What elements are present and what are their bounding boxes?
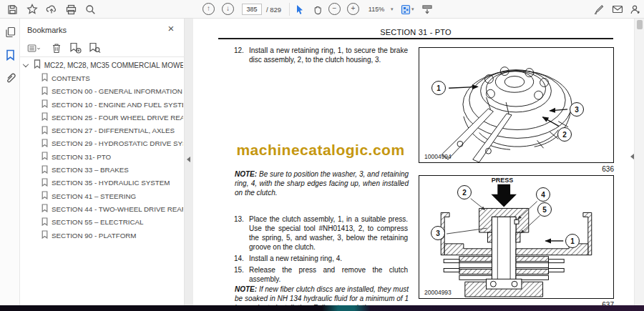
account-icon[interactable] xyxy=(629,3,642,16)
step-text: Install a new retaining ring, 1, to secu… xyxy=(249,46,408,64)
star-icon[interactable] xyxy=(26,3,39,16)
add-bookmark-icon[interactable] xyxy=(69,41,82,54)
bookmark-item-label: CONTENTS xyxy=(52,74,90,82)
image-id-label: 10004994 xyxy=(424,153,452,160)
fill-sign-pen-icon[interactable] xyxy=(592,3,605,16)
delete-bookmark-icon[interactable] xyxy=(50,41,63,54)
clutch-press-drawing xyxy=(419,176,613,298)
bookmarks-panel: Bookmarks × MC22, MC28, MC35 COMME xyxy=(20,19,185,305)
chevron-down-icon[interactable] xyxy=(23,61,29,66)
bookmark-item[interactable]: CONTENTS xyxy=(20,71,183,84)
bookmark-item[interactable]: SECTION 55 – ELECTRICAL xyxy=(20,216,183,229)
step-12: 12.Install a new retaining ring, 1, to s… xyxy=(234,46,408,64)
bookmark-item[interactable]: SECTION 29 - HYDROSTATIC DRIVE SYSTEM xyxy=(20,137,183,150)
scrolling-mode-icon[interactable] xyxy=(421,3,434,16)
taskbar-edge xyxy=(0,305,644,311)
page-total-label: / 829 xyxy=(266,6,281,14)
clutch-housing-drawing xyxy=(419,48,613,162)
vertical-scrollbar[interactable] xyxy=(634,19,644,305)
section-header: SECTION 31 - PTO xyxy=(218,28,613,36)
page-thumbnails-icon[interactable] xyxy=(4,26,16,39)
bookmark-item-label: SECTION 55 – ELECTRICAL xyxy=(52,218,144,226)
bookmark-list: CONTENTS SECTION 00 - GENERAL INFORMATIO… xyxy=(20,71,183,242)
figure-number-636: 636 xyxy=(419,165,614,173)
bookmark-item-label: SECTION 27 - DIFFERENTIAL, AXLES xyxy=(52,127,175,134)
step-number: 13. xyxy=(234,214,249,224)
page-display-icon[interactable] xyxy=(399,3,412,16)
collapse-right-panel-icon[interactable] xyxy=(630,154,634,159)
bookmark-item-label: SECTION 33 – BRAKES xyxy=(52,166,129,174)
toolbar-divider xyxy=(289,3,290,16)
share-upload-icon[interactable] xyxy=(45,3,58,16)
callout-1: 1 xyxy=(431,81,446,95)
zoom-caret-icon[interactable]: ▾ xyxy=(391,6,394,12)
bookmark-item[interactable]: SECTION 25 - FOUR WHEEL DRIVE REAR AXLE xyxy=(20,111,183,124)
bookmark-icon xyxy=(42,137,48,150)
close-icon[interactable]: × xyxy=(165,22,177,34)
bookmark-icon xyxy=(42,150,48,163)
select-tool-icon[interactable] xyxy=(293,3,306,16)
bookmark-icon xyxy=(42,111,48,124)
page-number-input[interactable] xyxy=(242,4,262,15)
bookmark-item[interactable]: SECTION 00 - GENERAL INFORMATION xyxy=(20,85,183,98)
collapse-sidebar-icon[interactable] xyxy=(187,157,190,162)
bookmark-item[interactable]: SECTION 41 – STEERING xyxy=(20,189,183,202)
bookmark-item-label: SECTION 35 - HYDRAULIC SYSTEM xyxy=(52,179,170,187)
bookmark-item-label: SECTION 10 - ENGINE AND FUEL SYSTEMS xyxy=(52,101,183,109)
email-icon[interactable] xyxy=(611,3,624,16)
bookmark-icon xyxy=(42,189,48,202)
step-number: 15. xyxy=(234,265,249,275)
image-id-label: 20004993 xyxy=(424,289,452,296)
bookmarks-panel-title: Bookmarks xyxy=(27,26,67,34)
bookmark-tree: MC22, MC28, MC35 COMMERCIAL MOWER CONTEN… xyxy=(20,59,183,242)
search-icon[interactable] xyxy=(84,3,97,16)
figure-637: PRESS 2 4 5 3 1 20004993 xyxy=(419,175,614,299)
bookmark-item[interactable]: SECTION 31- PTO xyxy=(20,150,183,163)
document-viewport[interactable]: SECTION 31 - PTO 12.Install a new retain… xyxy=(193,19,634,305)
bookmark-icon xyxy=(42,98,48,111)
page-down-icon[interactable]: ↓ xyxy=(222,3,234,15)
bookmark-item[interactable]: SECTION 90 - PLATFORM xyxy=(20,229,183,242)
attachments-icon[interactable] xyxy=(4,71,16,84)
bookmark-root-item[interactable]: MC22, MC28, MC35 COMMERCIAL MOWER xyxy=(20,59,183,71)
zoom-level-value[interactable]: 115% xyxy=(365,6,388,13)
note-label: NOTE: xyxy=(235,285,257,293)
bookmark-options-icon[interactable] xyxy=(27,41,40,54)
zoom-out-icon[interactable]: − xyxy=(328,3,341,15)
bookmark-item[interactable]: SECTION 35 - HYDRAULIC SYSTEM xyxy=(20,177,183,189)
page-up-icon[interactable]: ↑ xyxy=(203,3,215,15)
press-label: PRESS xyxy=(478,177,527,184)
bookmark-item-label: SECTION 29 - HYDROSTATIC DRIVE SYSTEM xyxy=(52,139,183,147)
bookmarks-panel-icon[interactable] xyxy=(4,49,16,61)
find-bookmark-icon[interactable] xyxy=(88,41,101,54)
bookmark-item[interactable]: SECTION 27 - DIFFERENTIAL, AXLES xyxy=(20,124,183,137)
page-display-caret-icon[interactable]: ▾ xyxy=(411,6,414,12)
callout-2: 2 xyxy=(457,185,472,199)
bookmark-item-label: SECTION 90 - PLATFORM xyxy=(52,232,137,240)
bookmark-item-label: SECTION 41 – STEERING xyxy=(52,192,136,200)
bookmark-item[interactable]: SECTION 44 - TWO-WHEEL DRIVE REAR AXLE xyxy=(20,202,183,215)
print-icon[interactable] xyxy=(64,3,77,16)
bookmark-item[interactable]: SECTION 33 – BRAKES xyxy=(20,163,183,176)
scrollbar-thumb[interactable] xyxy=(637,20,643,29)
panel-splitter[interactable] xyxy=(185,19,193,305)
hand-tool-icon[interactable] xyxy=(311,3,323,16)
note-1: NOTE: Be sure to position the washer, 3,… xyxy=(235,169,409,197)
callout-2: 2 xyxy=(557,127,572,142)
callout-3: 3 xyxy=(570,102,584,117)
bookmark-icon xyxy=(34,59,41,71)
bookmark-item-label: SECTION 31- PTO xyxy=(52,153,111,161)
callout-4: 4 xyxy=(536,187,550,202)
step-text: Place the clutch assembly, 1, in a suita… xyxy=(249,215,408,251)
save-icon[interactable] xyxy=(6,3,19,16)
callout-5: 5 xyxy=(537,202,552,217)
bookmark-icon xyxy=(42,71,48,84)
bookmark-item[interactable]: SECTION 10 - ENGINE AND FUEL SYSTEMS xyxy=(20,98,183,111)
zoom-in-icon[interactable]: + xyxy=(347,3,359,15)
callout-3: 3 xyxy=(431,226,445,240)
figure-636: 1 3 2 10004994 xyxy=(419,47,614,163)
note-text: Be sure to position the washer, 3, and r… xyxy=(235,170,409,197)
step-13: 13.Place the clutch assembly, 1, in a su… xyxy=(234,214,408,252)
bookmark-item-label: SECTION 44 - TWO-WHEEL DRIVE REAR AXLE xyxy=(52,205,183,213)
bookmark-icon xyxy=(42,216,48,229)
